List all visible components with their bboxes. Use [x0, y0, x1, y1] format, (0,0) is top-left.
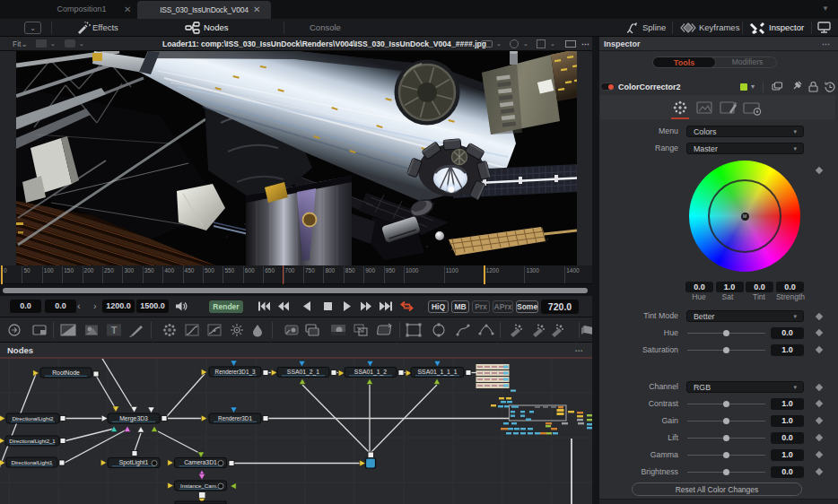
svg-text:SSA01_1_2: SSA01_1_2 — [354, 369, 388, 376]
svg-text:RootNode: RootNode — [52, 369, 80, 376]
svg-text:SSA01_2_1: SSA01_2_1 — [287, 369, 320, 376]
svg-text:Renderer3D1: Renderer3D1 — [218, 415, 252, 421]
svg-text:DirectionalLight2_1: DirectionalLight2_1 — [9, 439, 56, 444]
svg-text:DirectionalLight2: DirectionalLight2 — [12, 415, 54, 421]
svg-text:Renderer3D1_3: Renderer3D1_3 — [215, 369, 256, 376]
svg-text:T: T — [111, 325, 118, 335]
svg-text:SSA01_1_1_1: SSA01_1_1_1 — [418, 369, 458, 376]
svg-text:SpotLight1: SpotLight1 — [119, 459, 149, 466]
svg-text:DirectionalLight1: DirectionalLight1 — [11, 459, 53, 465]
svg-text:Merge3D3: Merge3D3 — [119, 415, 148, 422]
svg-text:Instance_Cam...: Instance_Cam... — [180, 482, 221, 489]
svg-text:Camera3D1: Camera3D1 — [184, 459, 217, 465]
